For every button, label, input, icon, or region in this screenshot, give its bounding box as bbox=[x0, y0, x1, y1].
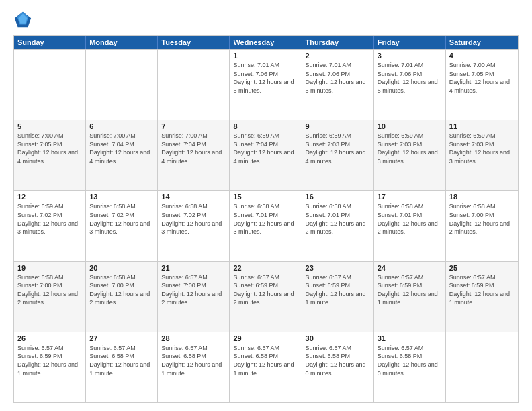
calendar-cell: 8Sunrise: 6:59 AM Sunset: 7:04 PM Daylig… bbox=[230, 120, 302, 190]
calendar-cell: 14Sunrise: 6:58 AM Sunset: 7:02 PM Dayli… bbox=[158, 191, 230, 261]
cell-day-number: 14 bbox=[161, 193, 226, 201]
calendar-cell: 16Sunrise: 6:58 AM Sunset: 7:01 PM Dayli… bbox=[302, 191, 374, 261]
calendar-cell: 4Sunrise: 7:00 AM Sunset: 7:05 PM Daylig… bbox=[446, 50, 518, 120]
weekday-header: Sunday bbox=[14, 36, 86, 49]
calendar-cell: 2Sunrise: 7:01 AM Sunset: 7:06 PM Daylig… bbox=[302, 50, 374, 120]
page: SundayMondayTuesdayWednesdayThursdayFrid… bbox=[0, 0, 532, 411]
calendar-cell: 31Sunrise: 6:57 AM Sunset: 6:58 PM Dayli… bbox=[374, 332, 446, 402]
cell-day-number: 24 bbox=[378, 264, 442, 272]
calendar-cell: 29Sunrise: 6:57 AM Sunset: 6:58 PM Dayli… bbox=[230, 332, 302, 402]
cell-day-number: 19 bbox=[17, 264, 82, 272]
calendar: SundayMondayTuesdayWednesdayThursdayFrid… bbox=[13, 35, 519, 403]
cell-sun-info: Sunrise: 6:58 AM Sunset: 7:01 PM Dayligh… bbox=[233, 202, 298, 236]
calendar-cell: 18Sunrise: 6:58 AM Sunset: 7:00 PM Dayli… bbox=[446, 191, 518, 261]
cell-day-number: 27 bbox=[89, 334, 154, 342]
calendar-cell bbox=[446, 332, 518, 402]
cell-day-number: 16 bbox=[306, 193, 370, 201]
cell-day-number: 8 bbox=[233, 122, 298, 130]
calendar-cell: 22Sunrise: 6:57 AM Sunset: 6:59 PM Dayli… bbox=[230, 262, 302, 332]
cell-sun-info: Sunrise: 6:59 AM Sunset: 7:03 PM Dayligh… bbox=[449, 132, 515, 165]
weekday-header: Friday bbox=[374, 36, 446, 49]
header bbox=[13, 11, 519, 30]
cell-sun-info: Sunrise: 6:58 AM Sunset: 7:00 PM Dayligh… bbox=[17, 273, 82, 307]
calendar-cell: 27Sunrise: 6:57 AM Sunset: 6:58 PM Dayli… bbox=[86, 332, 158, 402]
cell-sun-info: Sunrise: 6:57 AM Sunset: 6:59 PM Dayligh… bbox=[233, 273, 298, 307]
calendar-cell: 23Sunrise: 6:57 AM Sunset: 6:59 PM Dayli… bbox=[302, 262, 374, 332]
cell-day-number: 10 bbox=[378, 122, 442, 130]
cell-sun-info: Sunrise: 6:57 AM Sunset: 6:58 PM Dayligh… bbox=[161, 344, 226, 377]
calendar-row: 5Sunrise: 7:00 AM Sunset: 7:05 PM Daylig… bbox=[14, 120, 518, 190]
calendar-cell: 17Sunrise: 6:58 AM Sunset: 7:01 PM Dayli… bbox=[374, 191, 446, 261]
cell-sun-info: Sunrise: 7:01 AM Sunset: 7:06 PM Dayligh… bbox=[378, 61, 442, 95]
logo bbox=[13, 11, 35, 30]
calendar-cell: 6Sunrise: 7:00 AM Sunset: 7:04 PM Daylig… bbox=[86, 120, 158, 190]
calendar-cell: 30Sunrise: 6:57 AM Sunset: 6:58 PM Dayli… bbox=[302, 332, 374, 402]
cell-day-number: 30 bbox=[306, 334, 370, 342]
cell-day-number: 25 bbox=[449, 264, 515, 272]
cell-sun-info: Sunrise: 6:57 AM Sunset: 6:59 PM Dayligh… bbox=[449, 273, 515, 307]
cell-sun-info: Sunrise: 6:58 AM Sunset: 7:01 PM Dayligh… bbox=[306, 202, 370, 236]
cell-day-number: 22 bbox=[233, 264, 298, 272]
cell-day-number: 1 bbox=[233, 52, 298, 60]
cell-sun-info: Sunrise: 6:59 AM Sunset: 7:04 PM Dayligh… bbox=[233, 132, 298, 165]
cell-day-number: 21 bbox=[161, 264, 226, 272]
calendar-cell: 11Sunrise: 6:59 AM Sunset: 7:03 PM Dayli… bbox=[446, 120, 518, 190]
calendar-cell: 5Sunrise: 7:00 AM Sunset: 7:05 PM Daylig… bbox=[14, 120, 86, 190]
calendar-cell: 20Sunrise: 6:58 AM Sunset: 7:00 PM Dayli… bbox=[86, 262, 158, 332]
calendar-cell: 21Sunrise: 6:57 AM Sunset: 7:00 PM Dayli… bbox=[158, 262, 230, 332]
cell-sun-info: Sunrise: 6:58 AM Sunset: 7:00 PM Dayligh… bbox=[89, 273, 154, 307]
calendar-cell: 26Sunrise: 6:57 AM Sunset: 6:59 PM Dayli… bbox=[14, 332, 86, 402]
calendar-cell: 24Sunrise: 6:57 AM Sunset: 6:59 PM Dayli… bbox=[374, 262, 446, 332]
cell-day-number: 5 bbox=[17, 122, 82, 130]
calendar-cell bbox=[14, 50, 86, 120]
cell-sun-info: Sunrise: 7:00 AM Sunset: 7:05 PM Dayligh… bbox=[17, 132, 82, 165]
cell-sun-info: Sunrise: 6:57 AM Sunset: 6:59 PM Dayligh… bbox=[306, 273, 370, 307]
cell-day-number: 15 bbox=[233, 193, 298, 201]
cell-day-number: 13 bbox=[89, 193, 154, 201]
calendar-cell: 15Sunrise: 6:58 AM Sunset: 7:01 PM Dayli… bbox=[230, 191, 302, 261]
cell-sun-info: Sunrise: 6:58 AM Sunset: 7:01 PM Dayligh… bbox=[378, 202, 442, 236]
cell-day-number: 23 bbox=[306, 264, 370, 272]
calendar-row: 1Sunrise: 7:01 AM Sunset: 7:06 PM Daylig… bbox=[14, 49, 518, 120]
cell-day-number: 12 bbox=[17, 193, 82, 201]
calendar-body: 1Sunrise: 7:01 AM Sunset: 7:06 PM Daylig… bbox=[14, 49, 518, 402]
weekday-header: Monday bbox=[86, 36, 158, 49]
cell-day-number: 4 bbox=[449, 52, 515, 60]
cell-day-number: 6 bbox=[89, 122, 154, 130]
cell-day-number: 17 bbox=[378, 193, 442, 201]
cell-sun-info: Sunrise: 6:58 AM Sunset: 7:02 PM Dayligh… bbox=[89, 202, 154, 236]
calendar-cell: 10Sunrise: 6:59 AM Sunset: 7:03 PM Dayli… bbox=[374, 120, 446, 190]
cell-sun-info: Sunrise: 6:57 AM Sunset: 6:58 PM Dayligh… bbox=[306, 344, 370, 377]
cell-day-number: 7 bbox=[161, 122, 226, 130]
cell-sun-info: Sunrise: 6:57 AM Sunset: 6:59 PM Dayligh… bbox=[378, 273, 442, 307]
cell-sun-info: Sunrise: 6:59 AM Sunset: 7:03 PM Dayligh… bbox=[378, 132, 442, 165]
cell-sun-info: Sunrise: 6:58 AM Sunset: 7:00 PM Dayligh… bbox=[449, 202, 515, 236]
calendar-row: 26Sunrise: 6:57 AM Sunset: 6:59 PM Dayli… bbox=[14, 332, 518, 402]
weekday-header: Wednesday bbox=[230, 36, 302, 49]
cell-day-number: 9 bbox=[306, 122, 370, 130]
cell-day-number: 26 bbox=[17, 334, 82, 342]
calendar-row: 12Sunrise: 6:59 AM Sunset: 7:02 PM Dayli… bbox=[14, 190, 518, 261]
logo-icon bbox=[13, 11, 32, 30]
cell-sun-info: Sunrise: 6:57 AM Sunset: 6:58 PM Dayligh… bbox=[89, 344, 154, 377]
calendar-cell: 9Sunrise: 6:59 AM Sunset: 7:03 PM Daylig… bbox=[302, 120, 374, 190]
calendar-row: 19Sunrise: 6:58 AM Sunset: 7:00 PM Dayli… bbox=[14, 261, 518, 332]
calendar-cell bbox=[158, 50, 230, 120]
cell-sun-info: Sunrise: 6:59 AM Sunset: 7:02 PM Dayligh… bbox=[17, 202, 82, 236]
cell-day-number: 28 bbox=[161, 334, 226, 342]
cell-sun-info: Sunrise: 6:57 AM Sunset: 6:58 PM Dayligh… bbox=[233, 344, 298, 377]
cell-sun-info: Sunrise: 7:00 AM Sunset: 7:05 PM Dayligh… bbox=[449, 61, 515, 95]
cell-sun-info: Sunrise: 6:59 AM Sunset: 7:03 PM Dayligh… bbox=[306, 132, 370, 165]
cell-sun-info: Sunrise: 6:57 AM Sunset: 6:58 PM Dayligh… bbox=[378, 344, 442, 377]
cell-sun-info: Sunrise: 7:00 AM Sunset: 7:04 PM Dayligh… bbox=[161, 132, 226, 165]
cell-day-number: 20 bbox=[89, 264, 154, 272]
cell-day-number: 18 bbox=[449, 193, 515, 201]
calendar-cell: 13Sunrise: 6:58 AM Sunset: 7:02 PM Dayli… bbox=[86, 191, 158, 261]
cell-day-number: 2 bbox=[306, 52, 370, 60]
calendar-cell: 12Sunrise: 6:59 AM Sunset: 7:02 PM Dayli… bbox=[14, 191, 86, 261]
cell-day-number: 11 bbox=[449, 122, 515, 130]
weekday-header: Tuesday bbox=[158, 36, 230, 49]
weekday-header: Saturday bbox=[446, 36, 518, 49]
calendar-cell: 19Sunrise: 6:58 AM Sunset: 7:00 PM Dayli… bbox=[14, 262, 86, 332]
calendar-cell: 3Sunrise: 7:01 AM Sunset: 7:06 PM Daylig… bbox=[374, 50, 446, 120]
